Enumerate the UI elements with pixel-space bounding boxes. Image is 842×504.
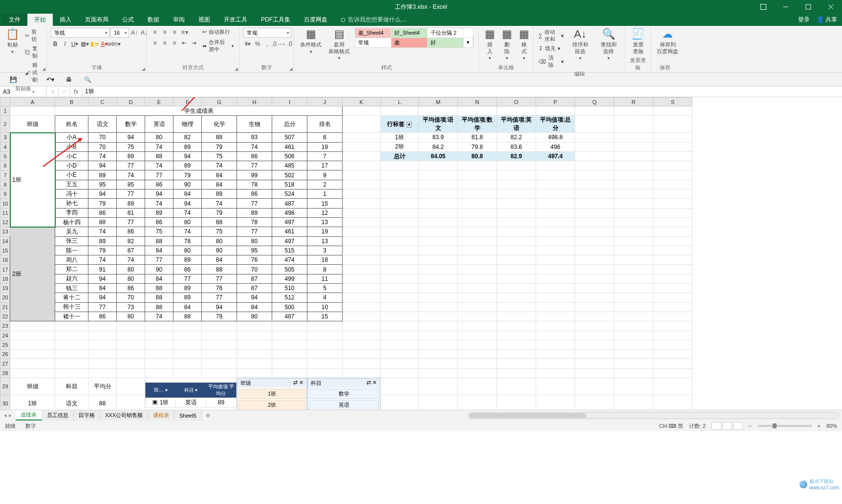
cell-I19[interactable]: 510: [272, 284, 307, 293]
cell-Q25[interactable]: [575, 340, 614, 349]
cell-R27[interactable]: [614, 359, 653, 368]
cell-S29[interactable]: [653, 378, 692, 395]
cell-P27[interactable]: [536, 359, 575, 368]
cell-R16[interactable]: [614, 255, 653, 265]
cell-F22[interactable]: 88: [173, 312, 202, 321]
insert-cells-button[interactable]: ▦插入▾: [483, 28, 497, 61]
cell-S25[interactable]: [653, 340, 692, 349]
cell-S12[interactable]: [653, 217, 692, 227]
cell-P15[interactable]: [536, 246, 575, 255]
cell-K21[interactable]: [343, 302, 381, 312]
style-normal[interactable]: 常规: [355, 38, 391, 47]
cell-S28[interactable]: [653, 368, 692, 378]
view-mode-buttons[interactable]: [712, 422, 743, 430]
quick-print-icon[interactable]: 🖶: [65, 75, 73, 84]
cell-D20[interactable]: 70: [117, 293, 145, 302]
cell-E2[interactable]: 英语: [145, 116, 173, 133]
col-header-E[interactable]: E: [145, 98, 173, 106]
cell-I16[interactable]: 474: [272, 255, 307, 265]
cell-E29[interactable]: 班… ▾科目 ▾平均值项:平均分▣ 1班英语89: [145, 378, 237, 410]
cell-E16[interactable]: 77: [145, 255, 173, 265]
paste-button[interactable]: 📋粘贴▾: [4, 28, 21, 54]
cell-S23[interactable]: [653, 321, 692, 331]
autosum-button[interactable]: ∑自动求和▾: [538, 28, 565, 43]
cell-M18[interactable]: [419, 274, 458, 283]
cell-K14[interactable]: [343, 236, 381, 246]
cell-D24[interactable]: [117, 331, 145, 340]
cell-J28[interactable]: [307, 368, 343, 378]
cell-N24[interactable]: [458, 331, 497, 340]
comma-icon[interactable]: ,: [263, 40, 272, 48]
increase-font-icon[interactable]: A↑: [130, 28, 139, 37]
cell-H19[interactable]: 87: [237, 284, 272, 293]
cell-S9[interactable]: [653, 189, 692, 199]
row-header-12[interactable]: 12: [0, 217, 10, 227]
cell-C17[interactable]: 91: [88, 265, 117, 274]
cell-I5[interactable]: 506: [272, 151, 307, 161]
cell-A26[interactable]: [10, 350, 55, 359]
cell-N16[interactable]: [458, 255, 497, 265]
cell-B13[interactable]: 吴九: [55, 227, 88, 236]
cell-F28[interactable]: [173, 368, 202, 378]
cell-K9[interactable]: [343, 189, 381, 199]
cell-Q10[interactable]: [575, 199, 614, 208]
cell-O19[interactable]: [497, 284, 536, 293]
cell-H15[interactable]: 95: [237, 246, 272, 255]
col-header-I[interactable]: I: [272, 98, 307, 106]
row-header-26[interactable]: 26: [0, 350, 10, 359]
cell-H10[interactable]: 77: [237, 199, 272, 208]
cell-Q11[interactable]: [575, 208, 614, 217]
new-sheet-button[interactable]: ⊕: [202, 410, 215, 420]
cell-A27[interactable]: [10, 359, 55, 368]
tab-pdf[interactable]: PDF工具集: [254, 14, 297, 26]
format-painter-button[interactable]: 🖌格式刷: [24, 61, 43, 84]
ribbon-display-options-icon[interactable]: [752, 0, 775, 14]
cell-B22[interactable]: 褚十一: [55, 312, 88, 321]
cell-J26[interactable]: [307, 350, 343, 359]
zoom-value[interactable]: 80%: [826, 423, 837, 429]
cell-C30[interactable]: 88: [88, 395, 117, 410]
cell-F21[interactable]: 84: [173, 302, 202, 312]
cell-M10[interactable]: [419, 199, 458, 208]
cell-I8[interactable]: 518: [272, 180, 307, 189]
cell-H13[interactable]: 77: [237, 227, 272, 236]
cell-S6[interactable]: [653, 161, 692, 170]
cell-P3[interactable]: 498.8: [536, 133, 575, 142]
cell-I27[interactable]: [272, 359, 307, 368]
cell-E25[interactable]: [145, 340, 173, 349]
cell-H22[interactable]: 80: [237, 312, 272, 321]
cell-L19[interactable]: [381, 284, 419, 293]
cell-M4[interactable]: 84.2: [419, 142, 458, 151]
increase-indent-icon[interactable]: ⇥: [190, 39, 198, 47]
slicer-clear-icon[interactable]: ⇄ ✕: [367, 379, 377, 387]
cell-O3[interactable]: 82.2: [497, 133, 536, 142]
cell-N26[interactable]: [458, 350, 497, 359]
row-header-17[interactable]: 17: [0, 265, 10, 274]
cell-D5[interactable]: 89: [117, 151, 145, 161]
cell-B17[interactable]: 郑二: [55, 265, 88, 274]
cell-D12[interactable]: 77: [117, 217, 145, 227]
cell-B21[interactable]: 韩十三: [55, 302, 88, 312]
cell-N7[interactable]: [458, 170, 497, 180]
cell-C14[interactable]: 89: [88, 236, 117, 246]
cell-G8[interactable]: 84: [202, 180, 237, 189]
fill-button[interactable]: ↧填充▾: [538, 44, 565, 53]
cell-A25[interactable]: [10, 340, 55, 349]
cell-H21[interactable]: 84: [237, 302, 272, 312]
cell-N22[interactable]: [458, 312, 497, 321]
cell-F20[interactable]: 89: [173, 293, 202, 302]
cell-S4[interactable]: [653, 142, 692, 151]
cell-I17[interactable]: 505: [272, 265, 307, 274]
cell-J2[interactable]: 排名: [307, 116, 343, 133]
cell-E17[interactable]: 90: [145, 265, 173, 274]
cell-F6[interactable]: 89: [173, 161, 202, 170]
cell-K20[interactable]: [343, 293, 381, 302]
cell-R18[interactable]: [614, 274, 653, 283]
cell-G6[interactable]: 74: [202, 161, 237, 170]
cell-J14[interactable]: 13: [307, 236, 343, 246]
cell-N20[interactable]: [458, 293, 497, 302]
cell-B24[interactable]: [55, 331, 88, 340]
cell-P13[interactable]: [536, 227, 575, 236]
cell-S16[interactable]: [653, 255, 692, 265]
cell-B26[interactable]: [55, 350, 88, 359]
